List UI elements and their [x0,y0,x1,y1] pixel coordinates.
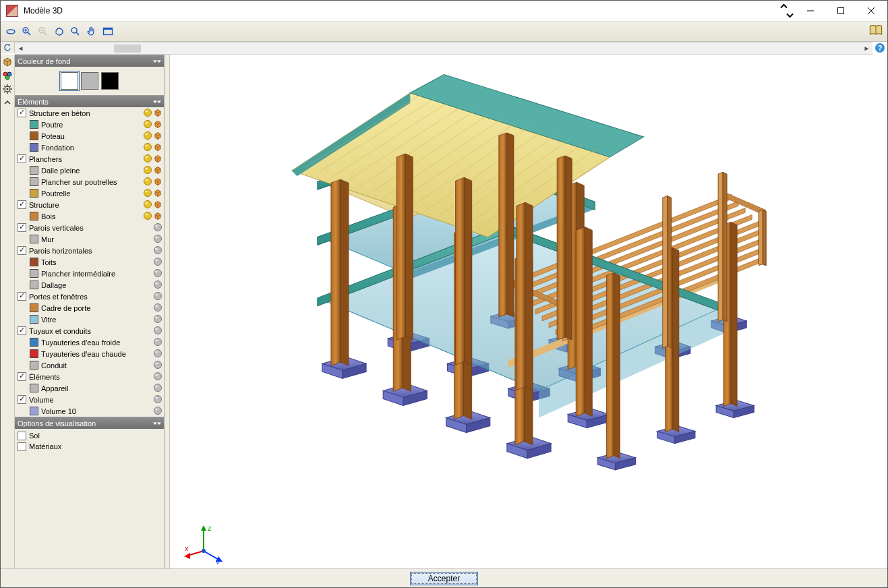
tree-item[interactable]: Conduit [15,359,164,371]
restore-arrows-icon[interactable] [779,1,795,21]
viewport[interactable]: z y x [170,55,887,568]
cube-icon[interactable] [153,119,162,129]
scroll-right-button[interactable]: ► [861,42,872,54]
cube-icon[interactable] [153,165,162,175]
minimize-button[interactable] [795,1,825,21]
zoom-window-button[interactable] [20,24,34,39]
tree-item[interactable]: Poteau [15,130,164,142]
checkbox[interactable] [18,109,26,117]
color-swatch[interactable] [30,131,38,140]
sphere-icon[interactable] [153,337,162,347]
tree-item[interactable]: Tuyauteries d'eau chaude [15,348,164,359]
tree-group[interactable]: Tuyaux et conduits [15,325,164,336]
color-swatch[interactable] [30,338,38,347]
panel-header-elements[interactable]: Éléments ▾▾ [15,95,164,107]
checkbox[interactable] [18,292,26,301]
checkbox[interactable] [18,442,26,451]
tree-item[interactable]: Volume 10 [15,405,164,417]
cube-icon[interactable] [153,177,162,186]
color-swatch[interactable] [30,315,38,324]
bg-swatch-black[interactable] [101,72,119,90]
tree-item[interactable]: Poutrelle [15,187,164,199]
chevron-up-icon[interactable] [1,96,13,109]
tree-item[interactable]: Cadre de porte [15,302,164,314]
cube-icon[interactable] [153,108,162,117]
cube-icon[interactable] [153,154,162,163]
bg-swatch-white[interactable] [61,72,78,90]
gear-eye-icon[interactable] [1,83,13,95]
color-swatch[interactable] [30,281,38,289]
zoom-button[interactable] [68,24,83,39]
sphere-icon[interactable] [153,326,162,335]
redraw-button[interactable] [52,24,67,39]
checkbox[interactable] [18,372,26,381]
checkbox[interactable] [18,395,26,404]
sphere-icon[interactable] [143,154,152,163]
color-swatch[interactable] [30,269,38,278]
color-swatch[interactable] [30,349,38,358]
cube-icon[interactable] [153,188,162,198]
sphere-icon[interactable] [143,119,152,129]
sphere-icon[interactable] [143,108,152,117]
pan-button[interactable] [84,24,99,39]
sphere-icon[interactable] [153,394,162,404]
panel-header-background[interactable]: Couleur de fond ▾▾ [15,55,164,67]
horizontal-scrollbar[interactable]: ◄ ► [15,42,872,55]
sphere-group-icon[interactable] [1,69,13,82]
tree-item[interactable]: Plancher sur poutrelles [15,176,164,187]
frame-window-button[interactable] [100,24,115,39]
tree-group[interactable]: Parois horizontales [15,245,164,256]
sphere-icon[interactable] [153,303,162,312]
tree-item[interactable]: Mur [15,233,164,245]
sphere-icon[interactable] [143,131,152,140]
scroll-left-button[interactable]: ◄ [15,42,26,54]
cube-icon[interactable] [153,142,162,152]
tree-group[interactable]: Structure en béton [15,107,164,119]
tree-item[interactable]: Dallage [15,279,164,291]
color-swatch[interactable] [30,361,38,370]
sphere-icon[interactable] [143,188,152,198]
bg-swatch-grey[interactable] [81,72,98,90]
sphere-icon[interactable] [143,165,152,175]
tree-item[interactable]: Toits [15,256,164,268]
viewport-canvas[interactable]: z y x [170,55,887,568]
sphere-icon[interactable] [153,360,162,370]
sphere-icon[interactable] [153,280,162,289]
color-swatch[interactable] [30,258,38,266]
color-swatch[interactable] [30,407,38,415]
splitter[interactable] [165,55,170,568]
sphere-icon[interactable] [153,406,162,415]
sphere-icon[interactable] [143,177,152,186]
tree-group[interactable]: Structure [15,199,164,210]
color-swatch[interactable] [30,166,38,175]
cube-icon[interactable] [153,200,162,209]
checkbox[interactable] [18,326,26,335]
panel-header-visoptions[interactable]: Options de visualisation ▾▾ [15,417,164,429]
tree-item[interactable]: Bois [15,210,164,222]
sphere-icon[interactable] [153,268,162,278]
color-swatch[interactable] [30,303,38,312]
tree-item[interactable]: Appareil [15,382,164,394]
color-swatch[interactable] [30,235,38,243]
sphere-icon[interactable] [153,234,162,243]
color-swatch[interactable] [30,384,38,392]
checkbox[interactable] [18,200,26,209]
vis-option-row[interactable]: Matériaux [18,441,161,452]
sphere-icon[interactable] [153,372,162,381]
sphere-icon[interactable] [153,257,162,266]
tree-group[interactable]: Planchers [15,153,164,165]
tree-item[interactable]: Fondation [15,142,164,153]
accept-button[interactable]: Accepter [410,572,478,585]
sphere-icon[interactable] [143,142,152,152]
color-swatch[interactable] [30,189,38,198]
help-icon[interactable]: ? [872,42,887,53]
checkbox[interactable] [18,154,26,163]
sphere-icon[interactable] [153,291,162,301]
sphere-icon[interactable] [153,383,162,392]
cube-icon[interactable] [153,131,162,140]
orbit-button[interactable] [3,24,18,39]
tree-item[interactable]: Vitre [15,314,164,325]
vis-option-row[interactable]: Sol [18,430,161,441]
tree-group[interactable]: Parois verticales [15,222,164,233]
color-swatch[interactable] [30,120,38,129]
